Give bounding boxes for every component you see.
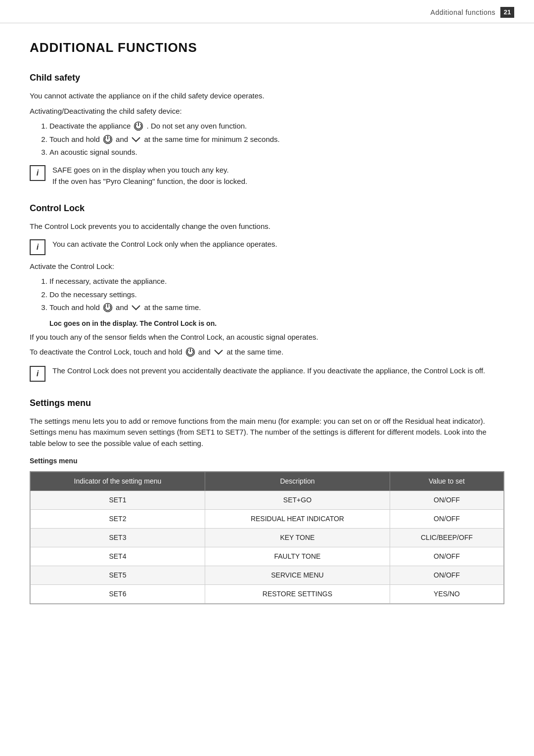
control-lock-info-box-2: i The Control Lock does not prevent you …	[30, 365, 504, 382]
control-lock-section: Control Lock The Control Lock prevents y…	[30, 202, 504, 382]
header-title: Additional functions	[431, 7, 495, 18]
chevron-icon-2	[131, 304, 141, 311]
control-lock-intro: The Control Lock prevents you to acciden…	[30, 221, 504, 232]
settings-menu-title: Settings menu	[30, 397, 504, 410]
chevron-icon-1	[131, 136, 141, 143]
table-cell-set5-value: ON/OFF	[390, 566, 504, 585]
power-icon-3	[103, 303, 113, 312]
child-safety-step-1: Deactivate the appliance . Do not set an…	[49, 121, 504, 132]
table-cell-set6-value: YES/NO	[390, 585, 504, 604]
table-cell-set4-desc: FAULTY TONE	[205, 547, 390, 566]
control-lock-step-2: Do the necessary settings.	[49, 289, 504, 301]
table-cell-set2-indicator: SET2	[31, 510, 205, 529]
control-lock-step-1: If necessary, activate the appliance.	[49, 276, 504, 287]
control-lock-info-box-1: i You can activate the Control Lock only…	[30, 238, 504, 255]
child-safety-intro: You cannot activate the appliance on if …	[30, 90, 504, 102]
table-cell-set2-value: ON/OFF	[390, 510, 504, 529]
table-cell-set1-value: ON/OFF	[390, 491, 504, 510]
table-cell-set1-desc: SET+GO	[205, 491, 390, 510]
child-safety-steps: Deactivate the appliance . Do not set an…	[49, 121, 504, 158]
power-icon-4	[185, 347, 195, 357]
table-header-row: Indicator of the setting menu Descriptio…	[31, 472, 504, 491]
table-cell-set6-indicator: SET6	[31, 585, 205, 604]
table-header-col-3: Value to set	[390, 472, 504, 491]
table-row: SET4 FAULTY TONE ON/OFF	[31, 547, 504, 566]
chevron-icon-3	[214, 349, 223, 356]
child-safety-info-line-2: If the oven has "Pyro Cleaning" function…	[52, 177, 247, 185]
power-icon-1	[134, 121, 143, 131]
child-safety-step-3: An acoustic signal sounds.	[49, 147, 504, 158]
child-safety-info-line-1: SAFE goes on in the display when you tou…	[52, 166, 229, 174]
table-row: SET6 RESTORE SETTINGS YES/NO	[31, 585, 504, 604]
settings-table-wrapper: Indicator of the setting menu Descriptio…	[30, 471, 504, 604]
info-icon-1: i	[30, 165, 45, 181]
child-safety-step-2: Touch and hold and at the same time for …	[49, 134, 504, 145]
child-safety-sub-intro: Activating/Deactivating the child safety…	[30, 106, 504, 117]
table-cell-set3-desc: KEY TONE	[205, 529, 390, 547]
table-row: SET1 SET+GO ON/OFF	[31, 491, 504, 510]
control-lock-sub-note-3: To deactivate the Control Lock, touch an…	[30, 347, 504, 358]
child-safety-info-text: SAFE goes on in the display when you tou…	[52, 164, 504, 187]
header-page-num: 21	[500, 7, 514, 18]
child-safety-section: Child safety You cannot activate the app…	[30, 71, 504, 187]
control-lock-title: Control Lock	[30, 202, 504, 215]
table-row: SET3 KEY TONE CLIC/BEEP/OFF	[31, 529, 504, 547]
page-container: Additional functions 21 ADDITIONAL FUNCT…	[0, 0, 534, 756]
settings-menu-table-label: Settings menu	[30, 456, 504, 466]
settings-menu-body: The settings menu lets you to add or rem…	[30, 416, 504, 605]
table-cell-set3-value: CLIC/BEEP/OFF	[390, 529, 504, 547]
table-row: SET2 RESIDUAL HEAT INDICATOR ON/OFF	[31, 510, 504, 529]
table-header-col-1: Indicator of the setting menu	[31, 472, 205, 491]
control-lock-body: The Control Lock prevents you to acciden…	[30, 221, 504, 382]
child-safety-body: You cannot activate the appliance on if …	[30, 90, 504, 187]
main-title: ADDITIONAL FUNCTIONS	[30, 38, 504, 57]
table-cell-set1-indicator: SET1	[31, 491, 205, 510]
info-icon-2: i	[30, 239, 45, 255]
table-cell-set4-value: ON/OFF	[390, 547, 504, 566]
table-cell-set5-indicator: SET5	[31, 566, 205, 585]
settings-menu-intro: The settings menu lets you to add or rem…	[30, 416, 504, 449]
settings-menu-section: Settings menu The settings menu lets you…	[30, 397, 504, 605]
main-content: ADDITIONAL FUNCTIONS Child safety You ca…	[0, 23, 534, 639]
table-row: SET5 SERVICE MENU ON/OFF	[31, 566, 504, 585]
control-lock-sub-note-2: If you touch any of the sensor fields wh…	[30, 332, 504, 343]
control-lock-info-text-2: The Control Lock does not prevent you ac…	[52, 365, 504, 376]
table-cell-set2-desc: RESIDUAL HEAT INDICATOR	[205, 510, 390, 529]
table-body: SET1 SET+GO ON/OFF SET2 RESIDUAL HEAT IN…	[31, 491, 504, 604]
info-icon-3: i	[30, 366, 45, 382]
page-header: Additional functions 21	[0, 0, 534, 23]
child-safety-title: Child safety	[30, 71, 504, 85]
control-lock-activate-label: Activate the Control Lock:	[30, 261, 504, 272]
table-cell-set6-desc: RESTORE SETTINGS	[205, 585, 390, 604]
table-cell-set4-indicator: SET4	[31, 547, 205, 566]
table-cell-set5-desc: SERVICE MENU	[205, 566, 390, 585]
table-cell-set3-indicator: SET3	[31, 529, 205, 547]
control-lock-steps: If necessary, activate the appliance. Do…	[49, 276, 504, 313]
control-lock-sub-note-1: Loc goes on in the display. The Control …	[49, 318, 504, 329]
settings-table: Indicator of the setting menu Descriptio…	[30, 472, 504, 604]
control-lock-step-3: Touch and hold and at the same time.	[49, 302, 504, 313]
child-safety-info-box: i SAFE goes on in the display when you t…	[30, 164, 504, 187]
table-header-col-2: Description	[205, 472, 390, 491]
power-icon-2	[103, 134, 113, 144]
control-lock-info-text-1: You can activate the Control Lock only w…	[52, 238, 504, 250]
